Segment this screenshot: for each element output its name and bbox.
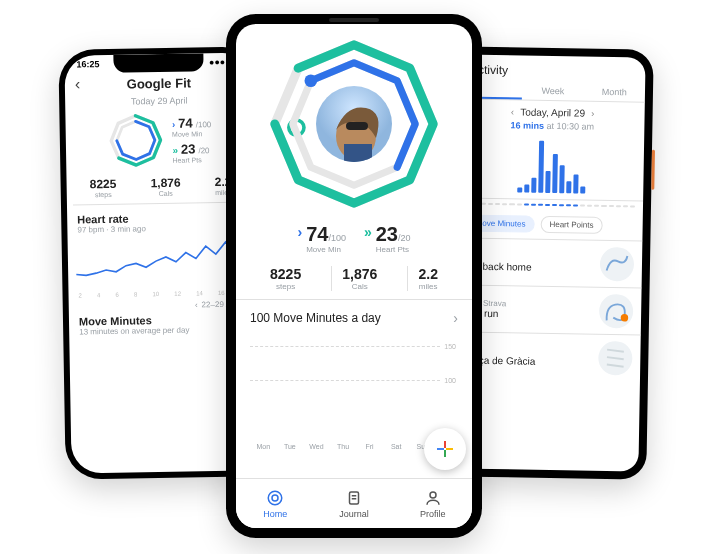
current-time: at 10:30 am	[544, 121, 594, 132]
plus-icon	[435, 439, 455, 459]
move-min-label: Move Min	[306, 245, 346, 254]
phone-speaker	[329, 18, 379, 22]
chevron-right-icon[interactable]: ›	[591, 108, 595, 119]
chip-heart-points[interactable]: Heart Points	[540, 216, 602, 234]
page-title: activity	[461, 54, 645, 83]
heart-pts-value: 23	[181, 141, 196, 156]
goal-title: 100 Move Minutes a day	[250, 311, 381, 325]
hourly-bar-chart	[469, 134, 634, 195]
journal-icon	[345, 489, 363, 507]
center-phone: › 74/100 Move Min » 23/20 Heart Pts 8225…	[226, 14, 482, 538]
activity-item[interactable]: pmute back home	[458, 237, 643, 287]
tab-profile[interactable]: Profile	[393, 479, 472, 528]
cals-value: 1,876	[150, 176, 180, 191]
svg-point-16	[272, 495, 278, 501]
heart-icon: »	[364, 224, 372, 241]
move-min-value: 74	[178, 115, 193, 130]
page-title: Google Fit	[65, 74, 253, 92]
period-tabs: Week Month	[461, 80, 645, 102]
cals-value: 1,876	[342, 266, 377, 282]
tab-home[interactable]: Home	[236, 479, 315, 528]
activity-item[interactable]: pmPlaça de Gràcia	[456, 331, 641, 381]
summary-trio: 8225steps 1,876Cals 2.2miles	[72, 174, 248, 205]
route-thumbnail	[598, 341, 633, 376]
steps-value: 8225	[270, 266, 301, 282]
activity-item[interactable]: pm · Stravaime run	[457, 284, 642, 334]
chevron-left-icon[interactable]: ‹	[511, 106, 515, 117]
profile-icon	[424, 489, 442, 507]
move-min-value: 74	[306, 223, 328, 245]
move-min-label: Move Min	[172, 130, 212, 138]
miles-value: 2.2	[418, 266, 437, 282]
steps-label: steps	[270, 282, 301, 291]
svg-rect-11	[444, 441, 446, 448]
tab-month[interactable]: Month	[583, 83, 645, 102]
tab-journal[interactable]: Journal	[315, 479, 394, 528]
date-label: Today, April 29	[520, 106, 585, 118]
home-icon	[266, 489, 284, 507]
svg-point-20	[430, 492, 436, 498]
svg-rect-14	[446, 448, 453, 450]
move-icon: ›	[297, 224, 302, 241]
svg-point-15	[269, 491, 283, 505]
summary-trio: 8225steps 1,876Cals 2.2miles	[250, 266, 458, 291]
goal-row[interactable]: 100 Move Minutes a day ›	[236, 299, 472, 336]
miles-label: miles	[418, 282, 437, 291]
route-thumbnail	[599, 294, 634, 329]
svg-point-5	[305, 75, 318, 88]
svg-rect-10	[344, 144, 372, 162]
cals-label: Cals	[151, 190, 181, 198]
right-screen: activity Week Month ‹Today, April 29› 16…	[454, 54, 645, 471]
weekday-labels: MonTueWedThuFriSatSun	[250, 443, 436, 450]
tab-week[interactable]: Week	[522, 81, 584, 100]
status-time: 16:25	[76, 59, 99, 69]
heart-pts-label: Heart Pts	[172, 156, 212, 164]
metric-chips: Move Minutes Heart Points	[458, 208, 642, 240]
tab-bar: Home Journal Profile	[236, 478, 472, 528]
iphone-notch	[113, 53, 203, 73]
add-fab[interactable]	[424, 428, 466, 470]
weekly-bar-chart: 150 100 MonTueWedThuFriSatSun	[250, 340, 458, 450]
svg-rect-8	[346, 122, 368, 130]
steps-value: 8225	[90, 177, 117, 191]
current-minutes: 16 mins	[511, 120, 545, 131]
chevron-right-icon: ›	[453, 310, 458, 326]
power-button	[651, 150, 655, 190]
center-screen: › 74/100 Move Min » 23/20 Heart Pts 8225…	[236, 24, 472, 528]
heart-pts-label: Heart Pts	[376, 245, 411, 254]
svg-rect-13	[437, 448, 444, 450]
activity-ring[interactable]	[108, 112, 165, 169]
route-thumbnail	[600, 247, 635, 282]
heart-pts-value: 23	[376, 223, 398, 245]
svg-rect-12	[444, 450, 446, 457]
cals-label: Cals	[342, 282, 377, 291]
steps-label: steps	[90, 191, 117, 198]
avatar[interactable]	[316, 86, 392, 162]
